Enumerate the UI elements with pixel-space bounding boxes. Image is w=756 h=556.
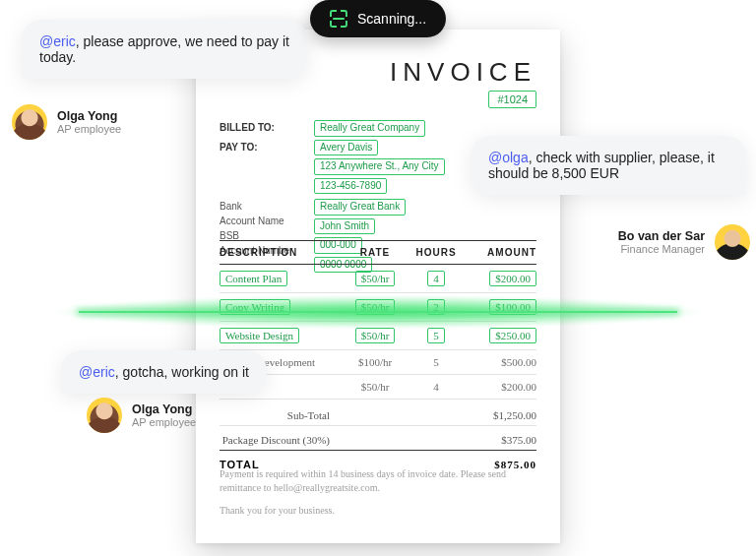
table-row: Copy Writing $50/hr 2 $100.00 (220, 293, 536, 322)
table-row: Website Design $50/hr 5 $250.00 (220, 322, 536, 350)
footnote-line-1: Payment is required within 14 business d… (220, 467, 536, 496)
comment-bubble[interactable]: @eric, gotcha, working on it (61, 350, 267, 394)
cell-rate: $50/hr (355, 299, 396, 315)
table-row: SEO $50/hr 4 $200.00 (220, 375, 536, 400)
invoice-sheet: INVOICE #1024 BILLED TO: Really Great Co… (196, 30, 560, 543)
author-role: AP employee (57, 123, 121, 135)
comment-bubble[interactable]: @eric, please approve, we need to pay it… (22, 20, 307, 79)
comment-author: Olga Yong AP employee (12, 104, 121, 140)
comment-text: , please approve, we need to pay it toda… (39, 33, 289, 65)
cell-desc: Website Design (220, 328, 299, 343)
cell-rate: $50/hr (355, 271, 396, 286)
subtotal-amount: $1,250.00 (462, 409, 536, 421)
pay-to-label: PAY TO: (220, 140, 314, 198)
cell-desc: Content Plan (220, 271, 287, 286)
avatar (12, 104, 47, 140)
cell-hours: 5 (427, 328, 445, 343)
subtotal-row: Sub-Total $1,250.00 (220, 405, 536, 425)
scanning-label: Scanning... (357, 11, 426, 27)
pay-to-name: Avery Davis (314, 140, 378, 156)
discount-row: Package Discount (30%) $375.00 (220, 430, 536, 450)
invoice-number: #1024 (488, 91, 536, 108)
subtotal-label: Sub-Total (220, 409, 340, 421)
comment-author: Olga Yong AP employee (87, 398, 196, 433)
invoice-footnote: Payment is required within 14 business d… (220, 467, 536, 519)
billed-to-value: Really Great Company (314, 120, 425, 137)
invoice-title: INVOICE (390, 57, 536, 88)
cell-hours: 2 (427, 299, 445, 315)
billed-to-label: BILLED TO: (220, 120, 314, 140)
author-name: Olga Yong (132, 402, 196, 416)
line-items-table: DESCRIPTION RATE HOURS AMOUNT Content Pl… (220, 240, 536, 474)
col-hours: HOURS (410, 247, 462, 258)
avatar (87, 398, 122, 433)
cell-rate: $50/hr (355, 328, 396, 343)
avatar (715, 224, 750, 260)
scanning-pill: Scanning... (310, 0, 446, 37)
table-row: Website Development $100/hr 5 $500.00 (220, 350, 536, 375)
discount-amount: $375.00 (462, 434, 536, 446)
cell-hours: 4 (433, 381, 439, 393)
comment-mention: @olga (488, 150, 529, 165)
author-role: Finance Manager (618, 243, 705, 255)
comment-author: Bo van der Sar Finance Manager (618, 224, 750, 260)
cell-amount: $250.00 (489, 328, 536, 343)
cell-desc: Copy Writing (220, 299, 290, 315)
cell-amount: $200.00 (489, 271, 536, 286)
account-name-label: Account Name (220, 214, 284, 228)
pay-to-phone: 123-456-7890 (314, 178, 387, 195)
cell-rate: $100/hr (358, 356, 392, 368)
author-name: Olga Yong (57, 109, 121, 123)
discount-label: Package Discount (30%) (220, 434, 340, 446)
cell-amount: $500.00 (501, 356, 536, 368)
comment-text: , gotcha, working on it (115, 364, 249, 380)
author-role: AP employee (132, 416, 196, 428)
pay-to-addr: 123 Anywhere St., Any City (314, 158, 445, 175)
cell-hours: 5 (433, 356, 439, 368)
table-row: Content Plan $50/hr 4 $200.00 (220, 265, 536, 293)
col-amount: AMOUNT (462, 247, 536, 258)
account-name-value: John Smith (314, 218, 375, 235)
comment-bubble[interactable]: @olga, check with supplier, please, it s… (471, 136, 746, 195)
cell-hours: 4 (427, 271, 445, 286)
cell-rate: $50/hr (361, 381, 390, 393)
footnote-line-2: Thank you for your business. (220, 504, 536, 519)
bank-value: Really Great Bank (314, 199, 406, 216)
author-name: Bo van der Sar (618, 229, 705, 243)
bank-label: Bank (220, 199, 242, 214)
col-rate: RATE (340, 247, 410, 258)
comment-mention: @eric (79, 364, 115, 380)
cell-amount: $100.00 (489, 299, 536, 315)
col-description: DESCRIPTION (220, 247, 340, 258)
comment-mention: @eric (39, 33, 76, 49)
cell-amount: $200.00 (501, 381, 536, 393)
scan-icon (330, 10, 347, 28)
